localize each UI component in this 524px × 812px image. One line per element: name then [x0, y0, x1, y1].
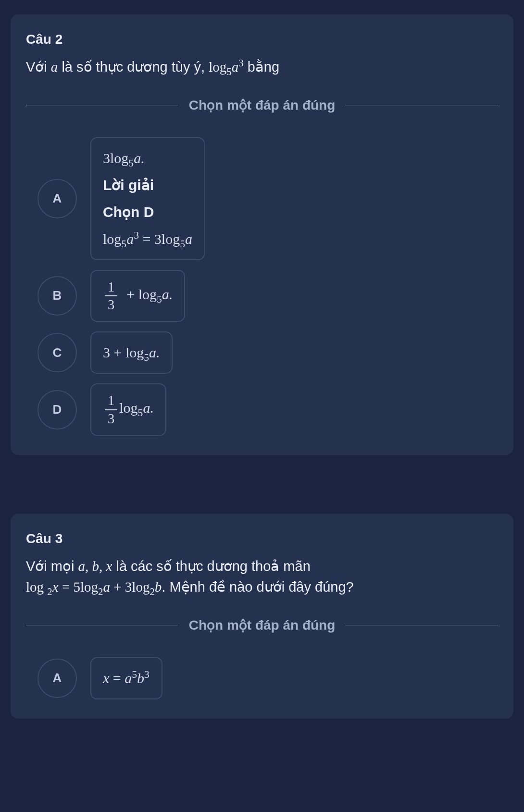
divider-line: [26, 625, 178, 625]
divider-label: Chọn một đáp án đúng: [178, 97, 346, 113]
option-content: 3log5a. Lời giải Chọn D log5a3 = 3log5a: [90, 137, 205, 260]
option-content: 3 + log5a.: [90, 331, 173, 374]
math-log5a3: log5a3: [209, 59, 243, 75]
divider-line: [26, 105, 178, 105]
question-title: Câu 2: [26, 32, 498, 47]
question-card-3: Câu 3 Với mọi a, b, x là các số thực dươ…: [11, 514, 513, 719]
option-a[interactable]: A x = a5b3: [37, 657, 498, 699]
divider-label: Chọn một đáp án đúng: [178, 617, 346, 633]
options-list: A 3log5a. Lời giải Chọn D log5a3 = 3log5…: [26, 137, 498, 436]
divider-line: [346, 105, 498, 105]
divider: Chọn một đáp án đúng: [26, 617, 498, 633]
option-letter: D: [37, 390, 77, 430]
option-d[interactable]: D 13log5a.: [37, 383, 498, 436]
choose-label: Chọn D: [103, 201, 192, 224]
math-eq: log 2x = 5log2a + 3log2b: [26, 579, 162, 595]
math-expr: 13 + log5a.: [103, 286, 173, 302]
divider-line: [346, 625, 498, 625]
option-letter: B: [37, 276, 77, 316]
math-vars: a, b, x: [78, 558, 112, 574]
gap: [0, 469, 524, 499]
option-content: x = a5b3: [90, 657, 162, 699]
option-a[interactable]: A 3log5a. Lời giải Chọn D log5a3 = 3log5…: [37, 137, 498, 260]
text-part: . Mệnh đề nào dưới đây đúng?: [162, 579, 353, 595]
option-b[interactable]: B 13 + log5a.: [37, 270, 498, 322]
solution-label: Lời giải: [103, 174, 192, 197]
option-letter: A: [37, 179, 77, 218]
option-content: 13log5a.: [90, 383, 166, 436]
text-part: bằng: [244, 59, 279, 75]
question-card-2: Câu 2 Với a là số thực dương tùy ý, log5…: [11, 14, 513, 455]
option-content: 13 + log5a.: [90, 270, 185, 322]
math-expr: 3log5a.: [103, 150, 145, 166]
option-c[interactable]: C 3 + log5a.: [37, 331, 498, 374]
math-expr: 13log5a.: [103, 400, 154, 416]
divider: Chọn một đáp án đúng: [26, 97, 498, 113]
text-part: Với: [26, 59, 51, 75]
math-expr: x = a5b3: [103, 670, 150, 686]
question-text: Với mọi a, b, x là các số thực dương tho…: [26, 556, 498, 598]
math-a: a: [51, 59, 58, 75]
text-part: là số thực dương tùy ý,: [58, 59, 209, 75]
option-letter: C: [37, 333, 77, 372]
math-expr: log5a3 = 3log5a: [103, 231, 192, 247]
question-title: Câu 3: [26, 531, 498, 546]
question-text: Với a là số thực dương tùy ý, log5a3 bằn…: [26, 57, 498, 78]
option-letter: A: [37, 659, 77, 698]
math-expr: 3 + log5a.: [103, 344, 160, 360]
text-part: là các số thực dương thoả mãn: [112, 558, 310, 574]
text-part: Với mọi: [26, 558, 78, 574]
options-list: A x = a5b3: [26, 657, 498, 699]
